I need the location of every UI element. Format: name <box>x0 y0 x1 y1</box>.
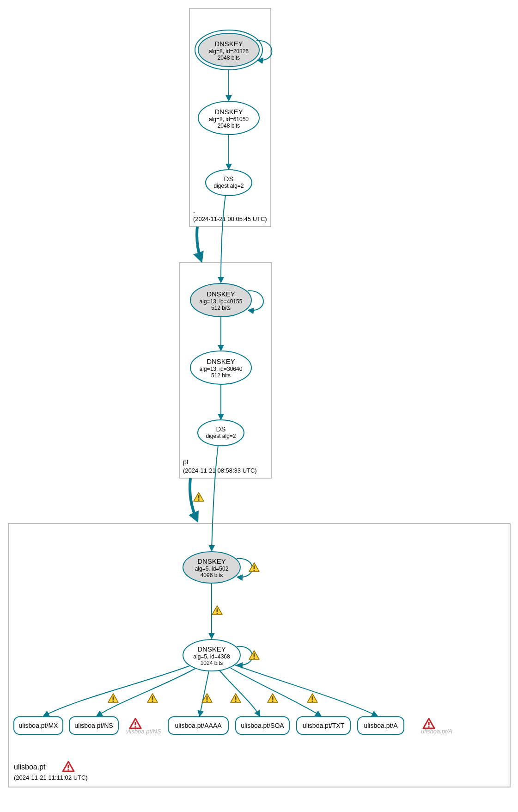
dnskey-title: DNSKEY <box>207 357 235 365</box>
zone-time: (2024-11-21 08:58:33 UTC) <box>183 467 257 474</box>
dnskey-title: DNSKEY <box>207 290 235 298</box>
rrset-soa[interactable]: ulisboa.pt/SOA <box>236 717 289 734</box>
ds-alg: digest alg=2 <box>206 433 236 439</box>
rrset-txt[interactable]: ulisboa.pt/TXT <box>297 717 350 734</box>
dnskey-root-zsk[interactable]: DNSKEY alg=8, id=61050 2048 bits <box>198 101 259 135</box>
ghost-ns: ulisboa.pt/NS <box>125 728 161 735</box>
zone-root: DNSKEY alg=8, id=20326 2048 bits DNSKEY … <box>189 8 272 227</box>
rrset-label: ulisboa.pt/A <box>364 722 398 729</box>
edge-zsk-ns <box>97 669 195 716</box>
warning-icon <box>249 651 259 659</box>
dnskey-bits: 4096 bits <box>201 572 223 578</box>
dnskey-bits: 2048 bits <box>218 55 240 61</box>
ds-title: DS <box>224 175 234 183</box>
warning-icon <box>268 694 278 702</box>
warning-icon <box>307 694 317 702</box>
dnskey-bits: 512 bits <box>211 372 231 379</box>
ds-root[interactable]: DS digest alg=2 <box>206 170 252 196</box>
deleg-root-pt <box>197 227 201 260</box>
dnskey-title: DNSKEY <box>214 40 243 48</box>
warning-icon <box>194 492 204 501</box>
error-icon <box>423 719 434 728</box>
ds-title: DS <box>216 425 226 433</box>
zone-time: (2024-11-21 11:11:02 UTC) <box>14 774 88 781</box>
edge-zsk-txt <box>230 668 321 716</box>
dnskey-alg: alg=8, id=61050 <box>209 116 249 123</box>
warning-icon <box>212 606 222 615</box>
dnskey-alg: alg=13, id=30640 <box>200 366 243 372</box>
dnskey-alg: alg=5, id=4368 <box>193 653 230 660</box>
dnskey-alg: alg=5, id=502 <box>195 566 229 572</box>
rrset-label: ulisboa.pt/MX <box>19 722 58 729</box>
dnskey-alg: alg=13, id=40155 <box>200 298 243 305</box>
dnskey-pt-zsk[interactable]: DNSKEY alg=13, id=30640 512 bits <box>190 351 251 384</box>
ghost-a: ulisboa.pt/A <box>421 728 452 735</box>
dnssec-graph: DNSKEY alg=8, id=20326 2048 bits DNSKEY … <box>0 0 518 812</box>
rrset-mx[interactable]: ulisboa.pt/MX <box>14 717 63 734</box>
rrset-aaaa[interactable]: ulisboa.pt/AAAA <box>168 717 228 734</box>
zone-time: (2024-11-21 08:05:45 UTC) <box>193 215 267 222</box>
dnskey-bits: 2048 bits <box>218 123 240 129</box>
ds-alg: digest alg=2 <box>213 183 244 189</box>
error-icon <box>63 762 74 771</box>
rrset-label: ulisboa.pt/AAAA <box>175 722 222 729</box>
rrset-label: ulisboa.pt/SOA <box>241 722 284 729</box>
edge-pt-ds-ulisboa-ksk <box>212 445 218 550</box>
dnskey-root-ksk[interactable]: DNSKEY alg=8, id=20326 2048 bits <box>195 30 262 70</box>
dnskey-title: DNSKEY <box>197 645 226 653</box>
edge-zsk-aaaa <box>200 671 209 716</box>
dnskey-alg: alg=8, id=20326 <box>209 48 249 55</box>
warning-icon <box>249 563 259 572</box>
edge-zsk-soa <box>219 671 260 716</box>
zone-name: pt <box>183 458 189 466</box>
edge-zsk-a <box>235 665 377 716</box>
zone-name: ulisboa.pt <box>14 763 46 771</box>
rrset-ns[interactable]: ulisboa.pt/NS <box>69 717 118 734</box>
edge-root-ds-pt-ksk <box>221 195 225 282</box>
rrset-label: ulisboa.pt/NS <box>74 722 113 729</box>
dnskey-ulisboa-ksk[interactable]: DNSKEY alg=5, id=502 4096 bits <box>183 552 240 583</box>
ds-pt[interactable]: DS digest alg=2 <box>198 420 244 446</box>
dnskey-bits: 1024 bits <box>201 660 223 666</box>
dnskey-title: DNSKEY <box>214 108 243 116</box>
dnskey-pt-ksk[interactable]: DNSKEY alg=13, id=40155 512 bits <box>190 283 251 317</box>
edge-zsk-mx <box>44 666 189 716</box>
rrset-label: ulisboa.pt/TXT <box>303 722 345 729</box>
warning-icon <box>108 694 118 702</box>
dnskey-ulisboa-zsk[interactable]: DNSKEY alg=5, id=4368 1024 bits <box>183 640 240 671</box>
dnskey-bits: 512 bits <box>211 305 231 311</box>
warning-icon <box>147 694 158 702</box>
warning-icon <box>231 694 241 702</box>
svg-rect-13 <box>8 523 510 787</box>
zone-ulisboa: DNSKEY alg=5, id=502 4096 bits DNSKEY al… <box>8 523 510 787</box>
error-icon <box>130 719 141 728</box>
zone-pt: DNSKEY alg=13, id=40155 512 bits DNSKEY … <box>179 263 272 478</box>
dnskey-title: DNSKEY <box>197 557 226 565</box>
rrset-a[interactable]: ulisboa.pt/A <box>358 717 404 734</box>
zone-name: . <box>193 207 195 214</box>
